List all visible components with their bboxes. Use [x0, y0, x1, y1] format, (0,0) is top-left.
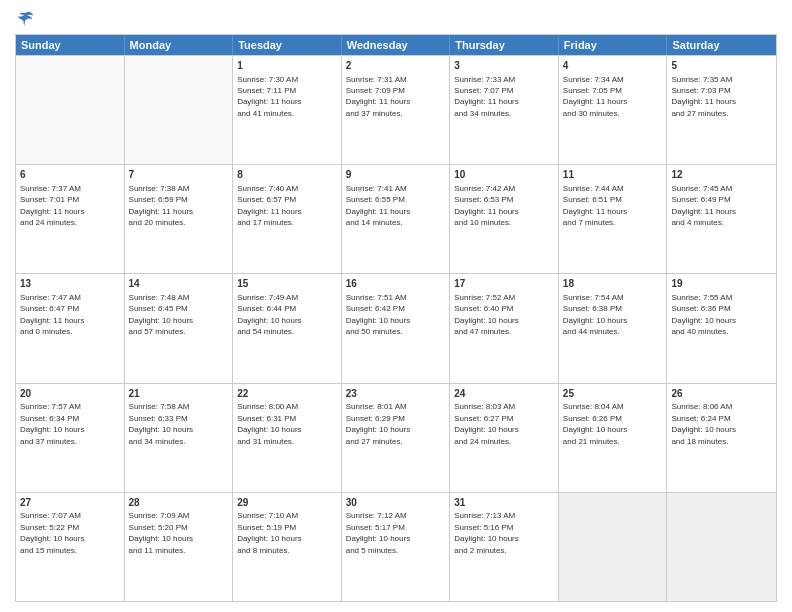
calendar-cell-2-3: 8Sunrise: 7:40 AM Sunset: 6:57 PM Daylig… [233, 165, 342, 273]
day-number: 23 [346, 387, 446, 401]
day-number: 16 [346, 277, 446, 291]
day-number: 13 [20, 277, 120, 291]
day-number: 11 [563, 168, 663, 182]
calendar-header-thursday: Thursday [450, 35, 559, 55]
day-info: Sunrise: 7:10 AM Sunset: 5:19 PM Dayligh… [237, 511, 301, 554]
calendar-cell-1-1 [16, 56, 125, 164]
calendar-cell-5-5: 31Sunrise: 7:13 AM Sunset: 5:16 PM Dayli… [450, 493, 559, 601]
calendar-cell-2-4: 9Sunrise: 7:41 AM Sunset: 6:55 PM Daylig… [342, 165, 451, 273]
calendar-week-3: 13Sunrise: 7:47 AM Sunset: 6:47 PM Dayli… [16, 273, 776, 382]
calendar-cell-3-6: 18Sunrise: 7:54 AM Sunset: 6:38 PM Dayli… [559, 274, 668, 382]
calendar-cell-5-6 [559, 493, 668, 601]
calendar-cell-3-7: 19Sunrise: 7:55 AM Sunset: 6:36 PM Dayli… [667, 274, 776, 382]
calendar-cell-2-6: 11Sunrise: 7:44 AM Sunset: 6:51 PM Dayli… [559, 165, 668, 273]
calendar-week-4: 20Sunrise: 7:57 AM Sunset: 6:34 PM Dayli… [16, 383, 776, 492]
day-number: 24 [454, 387, 554, 401]
day-info: Sunrise: 7:51 AM Sunset: 6:42 PM Dayligh… [346, 293, 410, 336]
calendar-cell-1-6: 4Sunrise: 7:34 AM Sunset: 7:05 PM Daylig… [559, 56, 668, 164]
calendar-cell-1-7: 5Sunrise: 7:35 AM Sunset: 7:03 PM Daylig… [667, 56, 776, 164]
day-number: 4 [563, 59, 663, 73]
calendar-cell-5-3: 29Sunrise: 7:10 AM Sunset: 5:19 PM Dayli… [233, 493, 342, 601]
day-info: Sunrise: 7:52 AM Sunset: 6:40 PM Dayligh… [454, 293, 518, 336]
calendar-cell-1-4: 2Sunrise: 7:31 AM Sunset: 7:09 PM Daylig… [342, 56, 451, 164]
day-number: 29 [237, 496, 337, 510]
day-info: Sunrise: 8:06 AM Sunset: 6:24 PM Dayligh… [671, 402, 735, 445]
day-number: 7 [129, 168, 229, 182]
day-info: Sunrise: 8:01 AM Sunset: 6:29 PM Dayligh… [346, 402, 410, 445]
calendar-cell-1-3: 1Sunrise: 7:30 AM Sunset: 7:11 PM Daylig… [233, 56, 342, 164]
day-number: 8 [237, 168, 337, 182]
calendar-cell-1-5: 3Sunrise: 7:33 AM Sunset: 7:07 PM Daylig… [450, 56, 559, 164]
day-number: 28 [129, 496, 229, 510]
header [15, 10, 777, 28]
calendar-cell-3-3: 15Sunrise: 7:49 AM Sunset: 6:44 PM Dayli… [233, 274, 342, 382]
day-info: Sunrise: 7:47 AM Sunset: 6:47 PM Dayligh… [20, 293, 84, 336]
day-number: 1 [237, 59, 337, 73]
day-number: 3 [454, 59, 554, 73]
day-number: 2 [346, 59, 446, 73]
day-number: 20 [20, 387, 120, 401]
day-info: Sunrise: 7:45 AM Sunset: 6:49 PM Dayligh… [671, 184, 735, 227]
day-number: 5 [671, 59, 772, 73]
day-info: Sunrise: 7:07 AM Sunset: 5:22 PM Dayligh… [20, 511, 84, 554]
day-info: Sunrise: 7:41 AM Sunset: 6:55 PM Dayligh… [346, 184, 410, 227]
calendar-cell-5-4: 30Sunrise: 7:12 AM Sunset: 5:17 PM Dayli… [342, 493, 451, 601]
calendar-cell-2-2: 7Sunrise: 7:38 AM Sunset: 6:59 PM Daylig… [125, 165, 234, 273]
day-info: Sunrise: 7:30 AM Sunset: 7:11 PM Dayligh… [237, 75, 301, 118]
calendar-body: 1Sunrise: 7:30 AM Sunset: 7:11 PM Daylig… [16, 55, 776, 601]
day-info: Sunrise: 7:13 AM Sunset: 5:16 PM Dayligh… [454, 511, 518, 554]
day-info: Sunrise: 7:37 AM Sunset: 7:01 PM Dayligh… [20, 184, 84, 227]
calendar-header-sunday: Sunday [16, 35, 125, 55]
calendar-header-friday: Friday [559, 35, 668, 55]
day-info: Sunrise: 7:34 AM Sunset: 7:05 PM Dayligh… [563, 75, 627, 118]
day-number: 27 [20, 496, 120, 510]
calendar-header-saturday: Saturday [667, 35, 776, 55]
day-number: 15 [237, 277, 337, 291]
calendar-cell-5-2: 28Sunrise: 7:09 AM Sunset: 5:20 PM Dayli… [125, 493, 234, 601]
day-number: 26 [671, 387, 772, 401]
logo-bird-icon [17, 10, 35, 28]
day-number: 17 [454, 277, 554, 291]
day-info: Sunrise: 7:40 AM Sunset: 6:57 PM Dayligh… [237, 184, 301, 227]
calendar-cell-3-4: 16Sunrise: 7:51 AM Sunset: 6:42 PM Dayli… [342, 274, 451, 382]
calendar-cell-2-7: 12Sunrise: 7:45 AM Sunset: 6:49 PM Dayli… [667, 165, 776, 273]
calendar-cell-5-1: 27Sunrise: 7:07 AM Sunset: 5:22 PM Dayli… [16, 493, 125, 601]
day-number: 19 [671, 277, 772, 291]
day-number: 6 [20, 168, 120, 182]
day-info: Sunrise: 7:44 AM Sunset: 6:51 PM Dayligh… [563, 184, 627, 227]
calendar-week-2: 6Sunrise: 7:37 AM Sunset: 7:01 PM Daylig… [16, 164, 776, 273]
calendar-cell-3-2: 14Sunrise: 7:48 AM Sunset: 6:45 PM Dayli… [125, 274, 234, 382]
day-info: Sunrise: 7:49 AM Sunset: 6:44 PM Dayligh… [237, 293, 301, 336]
logo [15, 10, 35, 28]
day-number: 10 [454, 168, 554, 182]
calendar-cell-4-6: 25Sunrise: 8:04 AM Sunset: 6:26 PM Dayli… [559, 384, 668, 492]
day-number: 21 [129, 387, 229, 401]
day-info: Sunrise: 7:38 AM Sunset: 6:59 PM Dayligh… [129, 184, 193, 227]
calendar-cell-2-1: 6Sunrise: 7:37 AM Sunset: 7:01 PM Daylig… [16, 165, 125, 273]
day-number: 18 [563, 277, 663, 291]
day-number: 25 [563, 387, 663, 401]
day-info: Sunrise: 7:54 AM Sunset: 6:38 PM Dayligh… [563, 293, 627, 336]
day-info: Sunrise: 7:55 AM Sunset: 6:36 PM Dayligh… [671, 293, 735, 336]
day-number: 12 [671, 168, 772, 182]
calendar-cell-3-5: 17Sunrise: 7:52 AM Sunset: 6:40 PM Dayli… [450, 274, 559, 382]
calendar-grid: SundayMondayTuesdayWednesdayThursdayFrid… [15, 34, 777, 602]
day-info: Sunrise: 7:42 AM Sunset: 6:53 PM Dayligh… [454, 184, 518, 227]
calendar-header-wednesday: Wednesday [342, 35, 451, 55]
calendar-cell-4-1: 20Sunrise: 7:57 AM Sunset: 6:34 PM Dayli… [16, 384, 125, 492]
calendar-header-row: SundayMondayTuesdayWednesdayThursdayFrid… [16, 35, 776, 55]
calendar-cell-4-2: 21Sunrise: 7:58 AM Sunset: 6:33 PM Dayli… [125, 384, 234, 492]
calendar-header-monday: Monday [125, 35, 234, 55]
day-info: Sunrise: 8:03 AM Sunset: 6:27 PM Dayligh… [454, 402, 518, 445]
calendar-week-1: 1Sunrise: 7:30 AM Sunset: 7:11 PM Daylig… [16, 55, 776, 164]
calendar-cell-1-2 [125, 56, 234, 164]
day-number: 31 [454, 496, 554, 510]
day-info: Sunrise: 7:31 AM Sunset: 7:09 PM Dayligh… [346, 75, 410, 118]
day-number: 22 [237, 387, 337, 401]
day-info: Sunrise: 8:00 AM Sunset: 6:31 PM Dayligh… [237, 402, 301, 445]
day-info: Sunrise: 7:33 AM Sunset: 7:07 PM Dayligh… [454, 75, 518, 118]
calendar-header-tuesday: Tuesday [233, 35, 342, 55]
day-number: 30 [346, 496, 446, 510]
calendar-cell-5-7 [667, 493, 776, 601]
calendar-cell-4-4: 23Sunrise: 8:01 AM Sunset: 6:29 PM Dayli… [342, 384, 451, 492]
